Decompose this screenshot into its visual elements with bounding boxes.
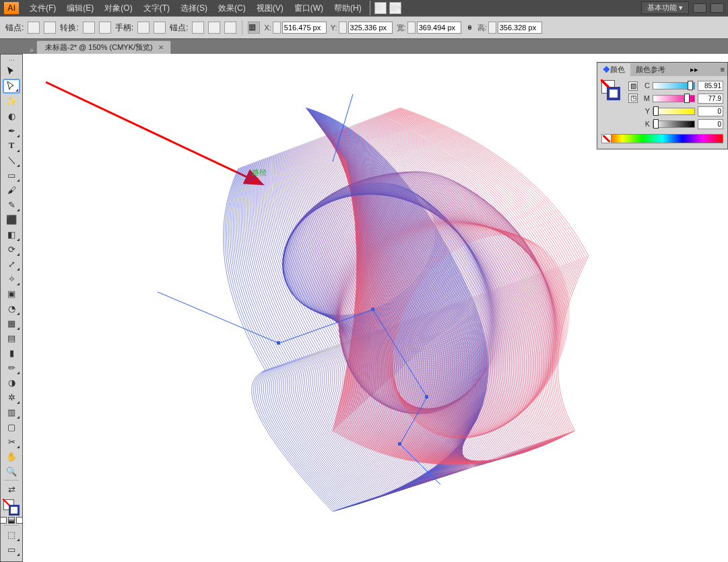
stroke-swatch[interactable] — [9, 505, 20, 516]
handle-hide-icon[interactable] — [154, 22, 166, 34]
color-panel: ◆颜色 颜色参考 ▸▸ ≡ ▧ ◳ C — [597, 62, 728, 149]
toolbox: ⋯ ✨ ◐ ✒ T ＼ ▭ 🖌 ✎ ⬛ ◧ ⟳ ⤢ ✧ ▣ ◔ ▦ ▤ ▮ ✏ … — [0, 54, 23, 562]
graph-tool[interactable]: ▥ — [3, 405, 20, 419]
cut-path-icon[interactable] — [224, 22, 236, 34]
tab-color-guide[interactable]: 颜色参考 — [630, 63, 671, 76]
menu-edit[interactable]: 编辑(E) — [63, 1, 98, 15]
h-input[interactable] — [498, 22, 542, 34]
menu-object[interactable]: 对象(O) — [100, 1, 136, 15]
menu-effect[interactable]: 效果(C) — [214, 1, 250, 15]
window-min-icon[interactable] — [693, 3, 706, 13]
convert-icon-2[interactable] — [99, 22, 111, 34]
arrange-docs-icon[interactable]: ▦▾ — [389, 2, 401, 14]
anchor-convert-corner-icon[interactable] — [28, 22, 40, 34]
tab-color[interactable]: ◆颜色 — [597, 63, 630, 76]
options-bar: 锚点: 转换: 手柄: 锚点: ▦ X: Y: 宽: 高: — [0, 16, 728, 39]
blend-tool[interactable]: ◑ — [3, 375, 20, 390]
x-input[interactable] — [282, 22, 327, 34]
width-tool[interactable]: ✧ — [3, 271, 20, 286]
y-slider[interactable] — [653, 108, 695, 115]
pen-tool[interactable]: ✒ — [3, 123, 20, 138]
blob-brush-tool[interactable]: ⬛ — [3, 212, 20, 227]
constrain-wh-icon[interactable] — [465, 18, 473, 37]
line-tool[interactable]: ＼ — [3, 153, 20, 168]
panel-stroke-swatch[interactable] — [607, 87, 620, 100]
window-restore-icon[interactable] — [710, 3, 724, 13]
screen-mode-icon[interactable]: ▭ — [3, 542, 20, 557]
workspace-switcher[interactable]: 基本功能 ▾ — [641, 1, 689, 14]
panel-icon-2[interactable]: ◳ — [628, 94, 638, 103]
k-slider[interactable] — [653, 120, 695, 128]
toolbox-expand-icon[interactable]: ⋯ — [1, 57, 22, 64]
remove-anchor-icon[interactable] — [192, 22, 204, 34]
rectangle-tool[interactable]: ▭ — [3, 168, 20, 182]
direct-selection-tool[interactable] — [3, 79, 20, 94]
panel-icon-1[interactable]: ▧ — [628, 81, 638, 91]
rotate-tool[interactable]: ⟳ — [3, 242, 20, 256]
x-link-icon[interactable] — [273, 22, 281, 34]
eraser-tool[interactable]: ◧ — [3, 227, 20, 242]
close-tab-icon[interactable]: ✕ — [157, 44, 165, 52]
c-slider[interactable] — [653, 82, 695, 90]
convert-icon-1[interactable] — [83, 22, 95, 34]
spectrum-none-icon[interactable] — [602, 135, 611, 143]
menu-window[interactable]: 窗口(W) — [290, 1, 327, 15]
hand-tool[interactable]: ✋ — [3, 449, 20, 464]
panel-collapse-icon[interactable]: ▸▸ — [688, 65, 701, 74]
work-area: ⋯ ✨ ◐ ✒ T ＼ ▭ 🖌 ✎ ⬛ ◧ ⟳ ⤢ ✧ ▣ ◔ ▦ ▤ ▮ ✏ … — [0, 54, 728, 562]
shape-builder-tool[interactable]: ◔ — [3, 301, 20, 316]
type-tool[interactable]: T — [3, 138, 20, 153]
menu-type[interactable]: 文字(T) — [139, 1, 174, 15]
svg-rect-163 — [371, 308, 374, 311]
magic-wand-tool[interactable]: ✨ — [3, 94, 20, 108]
anchor-convert-smooth-icon[interactable] — [44, 22, 56, 34]
scale-tool[interactable]: ⤢ — [3, 256, 20, 271]
lasso-tool[interactable]: ◐ — [3, 108, 20, 123]
spectrum-bar[interactable] — [601, 134, 723, 143]
tab-expand-icon[interactable]: » — [28, 46, 36, 54]
menu-select[interactable]: 选择(S) — [176, 1, 211, 15]
menu-view[interactable]: 视图(V) — [253, 1, 288, 15]
color-mode-gradient-icon[interactable] — [8, 517, 15, 524]
zoom-tool[interactable]: 🔍 — [3, 464, 20, 479]
bridge-icon[interactable]: Br — [374, 2, 387, 14]
m-slider[interactable] — [653, 95, 695, 102]
handle-show-icon[interactable] — [137, 22, 150, 34]
artwork[interactable]: 路径 — [158, 81, 616, 525]
y-link-icon[interactable] — [339, 22, 347, 34]
symbol-sprayer-tool[interactable]: ✲ — [3, 390, 20, 405]
panel-menu-icon[interactable]: ≡ — [718, 65, 727, 73]
h-field: 高: — [477, 22, 542, 34]
w-input[interactable] — [417, 22, 461, 34]
gradient-tool[interactable]: ▮ — [3, 345, 20, 360]
menu-help[interactable]: 帮助(H) — [330, 1, 366, 15]
paintbrush-tool[interactable]: 🖌 — [3, 182, 20, 197]
y-input[interactable] — [698, 106, 723, 116]
artboard-tool[interactable]: ▢ — [3, 419, 20, 434]
color-mode-none-icon[interactable] — [16, 517, 23, 524]
free-transform-tool[interactable]: ▣ — [3, 286, 20, 301]
k-input[interactable] — [698, 119, 723, 129]
slice-tool[interactable]: ✂ — [3, 434, 20, 449]
h-link-icon[interactable] — [488, 22, 496, 34]
y-input[interactable] — [348, 22, 393, 34]
document-tab[interactable]: 未标题-2* @ 150% (CMYK/预览) ✕ — [36, 40, 171, 54]
ref-point-icon[interactable]: ▦ — [248, 22, 260, 34]
pencil-tool[interactable]: ✎ — [3, 197, 20, 212]
panel-swatch[interactable] — [601, 80, 622, 131]
c-input[interactable] — [698, 81, 723, 91]
eyedropper-tool[interactable]: ✏ — [3, 360, 20, 375]
w-field: 宽: — [397, 22, 461, 34]
toggle-fill-stroke-icon[interactable]: ⇄ — [3, 482, 20, 497]
perspective-tool[interactable]: ▦ — [3, 316, 20, 330]
color-mode-solid-icon[interactable] — [0, 517, 7, 524]
fill-stroke-swatch[interactable] — [3, 499, 20, 516]
selection-tool[interactable] — [3, 64, 20, 79]
svg-rect-164 — [425, 395, 428, 398]
mesh-tool[interactable]: ▤ — [3, 330, 20, 345]
w-link-icon[interactable] — [407, 22, 416, 34]
m-input[interactable] — [698, 94, 723, 104]
connect-anchor-icon[interactable] — [208, 22, 220, 34]
menu-file[interactable]: 文件(F) — [26, 1, 60, 15]
drawing-mode-icon[interactable]: ⬚ — [3, 527, 20, 542]
